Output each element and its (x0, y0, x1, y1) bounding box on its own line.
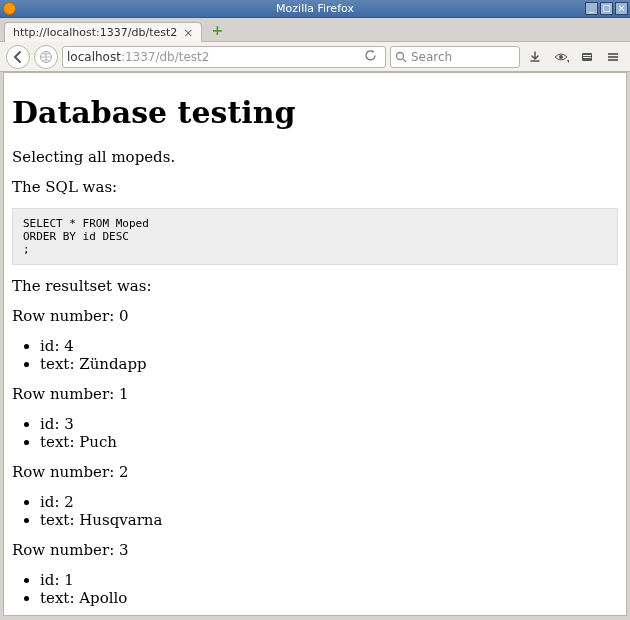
svg-text:▾: ▾ (567, 57, 569, 64)
row-fields: id: 1text: Apollo (12, 571, 618, 607)
window-title: Mozilla Firefox (276, 2, 354, 15)
url-host: localhost (67, 50, 121, 64)
svg-point-1 (397, 52, 404, 59)
tab-title: http://localhost:1337/db/test2 (13, 26, 177, 39)
new-tab-button[interactable]: + (206, 21, 228, 39)
field-item: text: Husqvarna (40, 511, 618, 529)
url-path: :1337/db/test2 (121, 50, 210, 64)
toolbar: localhost:1337/db/test2 Search ▾ (0, 42, 630, 72)
row-label: Row number: 2 (12, 463, 618, 481)
search-placeholder: Search (411, 50, 452, 64)
bookmarks-button[interactable]: ▾ (550, 46, 572, 68)
sql-block: SELECT * FROM Moped ORDER BY id DESC ; (12, 208, 618, 265)
reload-icon (364, 49, 377, 62)
close-button[interactable]: × (615, 2, 628, 15)
maximize-button[interactable]: □ (600, 2, 613, 15)
result-label: The resultset was: (12, 277, 618, 295)
page-content: Database testing Selecting all mopeds. T… (4, 73, 626, 616)
row-fields: id: 2text: Husqvarna (12, 493, 618, 529)
back-button[interactable] (6, 45, 30, 69)
globe-icon (39, 50, 53, 64)
field-item: text: Zündapp (40, 355, 618, 373)
panel-button[interactable] (576, 46, 598, 68)
svg-rect-6 (583, 55, 591, 56)
result-rows: Row number: 0id: 4text: ZündappRow numbe… (12, 307, 618, 607)
search-box[interactable]: Search (390, 46, 520, 68)
page-title: Database testing (12, 95, 618, 130)
reload-button[interactable] (360, 49, 381, 65)
downloads-button[interactable] (524, 46, 546, 68)
download-icon (528, 50, 542, 64)
tab-strip: http://localhost:1337/db/test2 × + (0, 18, 630, 42)
intro-text: Selecting all mopeds. (12, 148, 618, 166)
window-controls: _ □ × (585, 2, 628, 15)
globe-button[interactable] (34, 45, 58, 69)
page-viewport[interactable]: Database testing Selecting all mopeds. T… (3, 72, 627, 616)
back-arrow-icon (11, 50, 25, 64)
minimize-button[interactable]: _ (585, 2, 598, 15)
bookmark-eye-icon: ▾ (553, 50, 569, 64)
row-fields: id: 4text: Zündapp (12, 337, 618, 373)
row-fields: id: 3text: Puch (12, 415, 618, 451)
search-icon (395, 51, 407, 63)
field-item: id: 2 (40, 493, 618, 511)
row-label: Row number: 1 (12, 385, 618, 403)
field-item: text: Puch (40, 433, 618, 451)
browser-tab[interactable]: http://localhost:1337/db/test2 × (4, 22, 202, 42)
svg-line-2 (403, 59, 406, 62)
svg-point-3 (559, 55, 563, 59)
field-item: id: 3 (40, 415, 618, 433)
svg-rect-7 (583, 57, 591, 58)
close-icon[interactable]: × (183, 27, 193, 39)
row-label: Row number: 0 (12, 307, 618, 325)
sql-label: The SQL was: (12, 178, 618, 196)
panel-icon (580, 50, 594, 64)
window-titlebar: Mozilla Firefox _ □ × (0, 0, 630, 18)
url-bar[interactable]: localhost:1337/db/test2 (62, 46, 386, 68)
field-item: id: 1 (40, 571, 618, 589)
field-item: id: 4 (40, 337, 618, 355)
firefox-icon (3, 2, 16, 15)
hamburger-icon (606, 50, 620, 64)
field-item: text: Apollo (40, 589, 618, 607)
row-label: Row number: 3 (12, 541, 618, 559)
menu-button[interactable] (602, 46, 624, 68)
